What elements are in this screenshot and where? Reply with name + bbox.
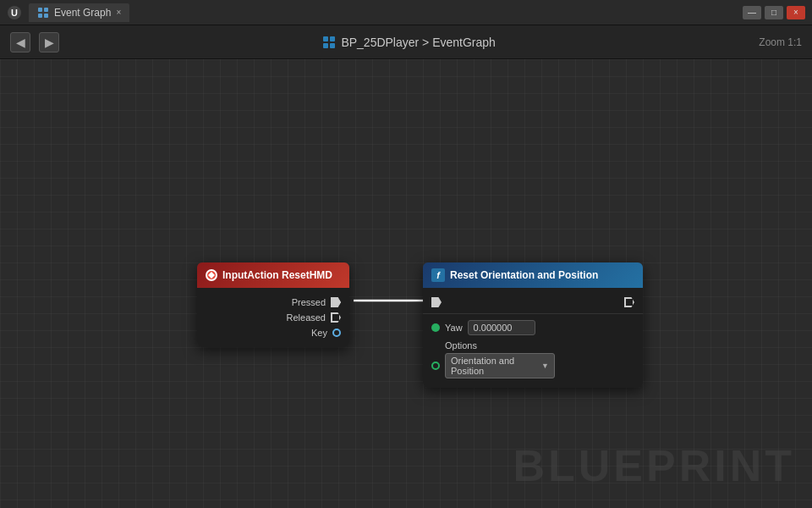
window-controls: — □ ×	[743, 6, 805, 19]
svg-rect-5	[44, 14, 48, 18]
zoom-label: Zoom 1:1	[759, 36, 802, 48]
svg-rect-4	[38, 14, 42, 18]
back-button[interactable]: ◀	[10, 32, 30, 52]
toolbar: ◀ ▶ BP_25DPlayer > EventGraph Zoom 1:1	[0, 25, 812, 59]
ue-logo-icon: U	[7, 5, 22, 20]
tab-label: Event Graph	[54, 7, 111, 19]
node-reset-title: Reset Orientation and Position	[450, 269, 598, 281]
node-reset[interactable]: f Reset Orientation and Position Yaw Opt…	[423, 262, 643, 388]
blueprint-icon	[322, 36, 336, 49]
svg-rect-8	[323, 43, 328, 48]
titlebar: U Event Graph × — □ ×	[0, 0, 812, 25]
svg-rect-7	[330, 36, 335, 41]
pin-exec-in[interactable]	[431, 297, 442, 307]
pin-key-label: Key	[311, 328, 327, 338]
svg-rect-6	[323, 36, 328, 41]
pin-pressed-row: Pressed	[197, 295, 349, 310]
pin-pressed-label: Pressed	[292, 297, 326, 307]
canvas[interactable]: InputAction ResetHMD Pressed Released Ke…	[0, 59, 812, 508]
options-select-row: Orientation and Position ▼	[431, 353, 634, 378]
tab-area: Event Graph ×	[29, 3, 743, 22]
breadcrumb-text: BP_25DPlayer > EventGraph	[341, 36, 496, 49]
node-inputaction-body: Pressed Released Key	[197, 288, 349, 347]
pin-key-row: Key	[197, 325, 349, 340]
yaw-input[interactable]	[468, 320, 535, 335]
blueprint-watermark: BLUEPRINT	[513, 440, 795, 491]
node-reset-header: f Reset Orientation and Position	[423, 262, 643, 288]
pin-yaw-label: Yaw	[445, 323, 463, 333]
close-button[interactable]: ×	[787, 6, 805, 19]
pin-options-circle[interactable]	[431, 362, 440, 370]
svg-rect-2	[38, 8, 42, 12]
options-row: Options Orientation and Position ▼	[423, 338, 643, 381]
pin-released-exec[interactable]	[331, 312, 341, 323]
minimize-button[interactable]: —	[743, 6, 761, 19]
options-label: Options	[445, 340, 634, 351]
pin-pressed-exec[interactable]	[331, 297, 341, 307]
graph-icon	[37, 7, 49, 19]
yaw-row: Yaw	[423, 318, 643, 338]
function-icon: f	[431, 268, 445, 282]
node-inputaction[interactable]: InputAction ResetHMD Pressed Released Ke…	[197, 262, 349, 347]
input-action-icon	[206, 269, 217, 281]
svg-rect-3	[44, 8, 48, 12]
options-value: Orientation and Position	[451, 356, 541, 376]
dropdown-arrow-icon: ▼	[541, 362, 549, 370]
tab-close-button[interactable]: ×	[116, 8, 121, 17]
svg-marker-10	[208, 272, 215, 279]
pin-exec-out[interactable]	[624, 297, 634, 307]
options-dropdown[interactable]: Orientation and Position ▼	[445, 353, 555, 378]
node-inputaction-title: InputAction ResetHMD	[222, 269, 332, 281]
tab-eventgraph[interactable]: Event Graph ×	[29, 3, 129, 22]
node-inputaction-header: InputAction ResetHMD	[197, 262, 349, 288]
maximize-button[interactable]: □	[765, 6, 783, 19]
node-reset-body: Yaw Options Orientation and Position ▼	[423, 288, 643, 388]
pin-released-row: Released	[197, 310, 349, 325]
breadcrumb: BP_25DPlayer > EventGraph	[68, 36, 750, 49]
exec-row	[423, 295, 643, 310]
svg-rect-9	[330, 43, 335, 48]
pin-key-circle[interactable]	[332, 329, 341, 337]
pin-yaw-circle[interactable]	[431, 323, 440, 332]
forward-button[interactable]: ▶	[39, 32, 59, 52]
pin-released-label: Released	[287, 312, 326, 323]
divider	[423, 313, 643, 314]
svg-text:U: U	[11, 8, 18, 18]
